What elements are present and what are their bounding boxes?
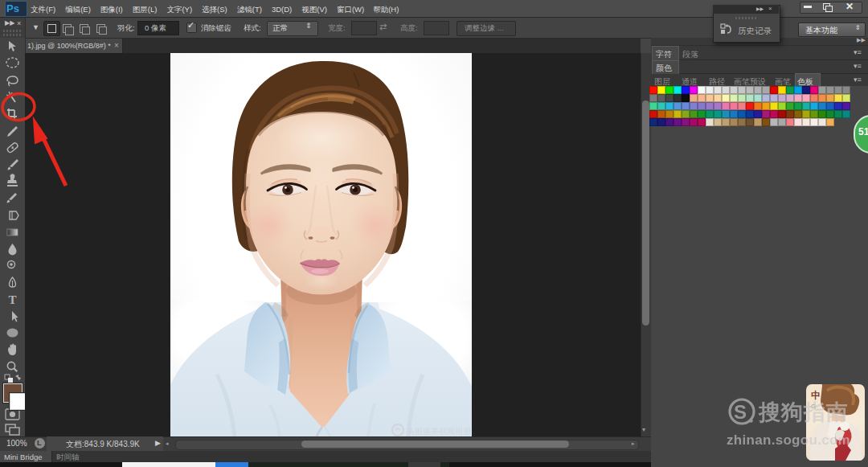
svg-text:搜狗指南: 搜狗指南 — [758, 400, 849, 424]
svg-text:S: S — [734, 401, 747, 423]
svg-text:zhinan.sogou.com: zhinan.sogou.com — [727, 432, 850, 448]
svg-text:美图盛美视频相册: 美图盛美视频相册 — [407, 427, 472, 436]
svg-text:T: T — [9, 293, 17, 306]
